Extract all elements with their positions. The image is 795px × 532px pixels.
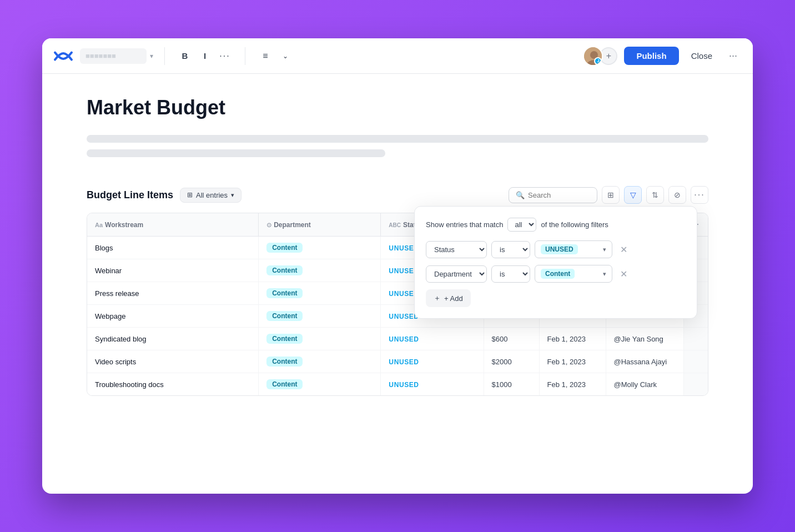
cell-extra bbox=[683, 328, 708, 350]
filter-remove-2-button[interactable]: ✕ bbox=[617, 267, 630, 280]
filter-match-prefix: Show entries that match bbox=[426, 220, 503, 229]
breadcrumb-text[interactable]: ■■■■■■■ bbox=[80, 48, 147, 64]
cell-amount: $600 bbox=[484, 328, 539, 350]
filter-remove-1-button[interactable]: ✕ bbox=[617, 243, 630, 256]
app-window: ■■■■■■■ ▾ B I ··· ≡ ⌄ bbox=[42, 38, 753, 494]
publish-button[interactable]: Publish bbox=[624, 47, 678, 65]
cell-extra bbox=[683, 373, 708, 396]
add-filter-label: + Add bbox=[444, 294, 463, 303]
cell-workstream: Press release bbox=[87, 282, 259, 305]
filter-match-select[interactable]: all bbox=[507, 218, 536, 232]
filter-field-1[interactable]: Status bbox=[426, 241, 487, 258]
filter-header: Show entries that match all of the follo… bbox=[426, 218, 686, 232]
toolbar-divider-2 bbox=[245, 47, 245, 65]
cell-amount: $2000 bbox=[484, 350, 539, 373]
skeleton-line-1 bbox=[87, 135, 708, 143]
grid-view-button[interactable]: ⊞ bbox=[602, 186, 620, 204]
hide-fields-button[interactable]: ⊘ bbox=[668, 186, 686, 204]
view-label: All entries bbox=[196, 191, 228, 199]
align-button[interactable]: ≡ bbox=[256, 47, 274, 65]
toolbar-more-button[interactable]: ··· bbox=[724, 48, 742, 64]
table-row: Video scripts Content UNUSED $2000 Feb 1… bbox=[87, 350, 708, 373]
cell-workstream: Webpage bbox=[87, 305, 259, 328]
table-row: Syndicated blog Content UNUSED $600 Feb … bbox=[87, 328, 708, 350]
filter-row-2: Department is Content ▾ ✕ bbox=[426, 265, 686, 283]
cell-department: Content bbox=[259, 237, 381, 259]
avatar-group: J + bbox=[583, 46, 617, 66]
filter-value-chevron-icon: ▾ bbox=[603, 246, 606, 253]
format-toolbar: B I ··· bbox=[176, 47, 234, 65]
page-title: Market Budget bbox=[87, 96, 708, 119]
db-header: Budget Line Items ⊞ All entries ▾ 🔍 ⊞ ▽ … bbox=[87, 186, 708, 204]
breadcrumb[interactable]: ■■■■■■■ ▾ bbox=[80, 48, 153, 64]
filter-button[interactable]: ▽ bbox=[624, 186, 642, 204]
filter-value-2[interactable]: Content ▾ bbox=[535, 265, 612, 283]
cell-department: Content bbox=[259, 282, 381, 305]
more-format-button[interactable]: ··· bbox=[216, 47, 234, 65]
cell-status: UNUSED bbox=[381, 373, 484, 396]
bold-button[interactable]: B bbox=[176, 47, 194, 65]
skeleton-line-2 bbox=[87, 149, 385, 157]
cell-status: UNUSED bbox=[381, 328, 484, 350]
avatar-badge: J bbox=[597, 58, 599, 63]
db-toolbar-right: 🔍 ⊞ ▽ ⇅ ⊘ ··· bbox=[509, 186, 708, 204]
cell-department: Content bbox=[259, 259, 381, 282]
view-selector-button[interactable]: ⊞ All entries ▾ bbox=[180, 188, 241, 203]
cell-date: Feb 1, 2023 bbox=[539, 350, 606, 373]
chevron-down-icon: ▾ bbox=[150, 52, 153, 60]
toolbar-right: J + Publish Close ··· bbox=[583, 46, 742, 66]
avatar: J bbox=[583, 46, 603, 66]
italic-button[interactable]: I bbox=[196, 47, 214, 65]
cell-amount: $1000 bbox=[484, 373, 539, 396]
filter-operator-2[interactable]: is bbox=[491, 265, 530, 283]
cell-department: Content bbox=[259, 350, 381, 373]
confluence-logo bbox=[53, 46, 73, 66]
th-workstream: AaWorkstream bbox=[87, 213, 259, 237]
cell-department: Content bbox=[259, 305, 381, 328]
cell-owner: @Hassana Ajayi bbox=[606, 350, 683, 373]
cell-date: Feb 1, 2023 bbox=[539, 373, 606, 396]
filter-match-suffix: of the following filters bbox=[541, 220, 608, 229]
add-filter-button[interactable]: ＋ + Add bbox=[426, 289, 471, 307]
close-button[interactable]: Close bbox=[686, 47, 718, 65]
sort-button[interactable]: ⇅ bbox=[646, 186, 664, 204]
search-icon: 🔍 bbox=[516, 191, 525, 199]
th-department: ⊙Department bbox=[259, 213, 381, 237]
cell-owner: @Jie Yan Song bbox=[606, 328, 683, 350]
cell-extra bbox=[683, 350, 708, 373]
breadcrumb-placeholder: ■■■■■■■ bbox=[85, 52, 116, 60]
filter-value-badge-2: Content bbox=[541, 269, 575, 279]
search-box[interactable]: 🔍 bbox=[509, 187, 597, 203]
filter-value-chevron-icon-2: ▾ bbox=[603, 270, 606, 278]
table-row: Troubleshooting docs Content UNUSED $100… bbox=[87, 373, 708, 396]
cell-workstream: Troubleshooting docs bbox=[87, 373, 259, 396]
cell-department: Content bbox=[259, 328, 381, 350]
grid-icon: ⊞ bbox=[187, 191, 193, 199]
cell-department: Content bbox=[259, 373, 381, 396]
toolbar: ■■■■■■■ ▾ B I ··· ≡ ⌄ bbox=[42, 38, 753, 74]
search-input[interactable] bbox=[528, 191, 590, 199]
cell-status: UNUSED bbox=[381, 350, 484, 373]
cell-workstream: Syndicated blog bbox=[87, 328, 259, 350]
more-options-button[interactable]: ··· bbox=[691, 186, 708, 204]
align-chevron-button[interactable]: ⌄ bbox=[276, 47, 294, 65]
cell-workstream: Video scripts bbox=[87, 350, 259, 373]
filter-row-1: Status is UNUSED ▾ ✕ bbox=[426, 240, 686, 258]
content-area: Market Budget bbox=[42, 74, 753, 175]
toolbar-divider-1 bbox=[164, 47, 165, 65]
cell-date: Feb 1, 2023 bbox=[539, 328, 606, 350]
db-title: Budget Line Items bbox=[87, 189, 173, 201]
filter-operator-1[interactable]: is bbox=[491, 241, 530, 258]
filter-value-badge-1: UNUSED bbox=[541, 244, 578, 254]
align-toolbar: ≡ ⌄ bbox=[256, 47, 294, 65]
filter-value-1[interactable]: UNUSED ▾ bbox=[535, 240, 612, 258]
cell-workstream: Webinar bbox=[87, 259, 259, 282]
filter-dropdown: Show entries that match all of the follo… bbox=[414, 206, 697, 319]
filter-field-2[interactable]: Department bbox=[426, 265, 487, 283]
cell-workstream: Blogs bbox=[87, 237, 259, 259]
add-filter-icon: ＋ bbox=[434, 293, 441, 303]
database-section: Budget Line Items ⊞ All entries ▾ 🔍 ⊞ ▽ … bbox=[42, 175, 753, 413]
cell-owner: @Molly Clark bbox=[606, 373, 683, 396]
view-chevron-icon: ▾ bbox=[231, 192, 234, 199]
